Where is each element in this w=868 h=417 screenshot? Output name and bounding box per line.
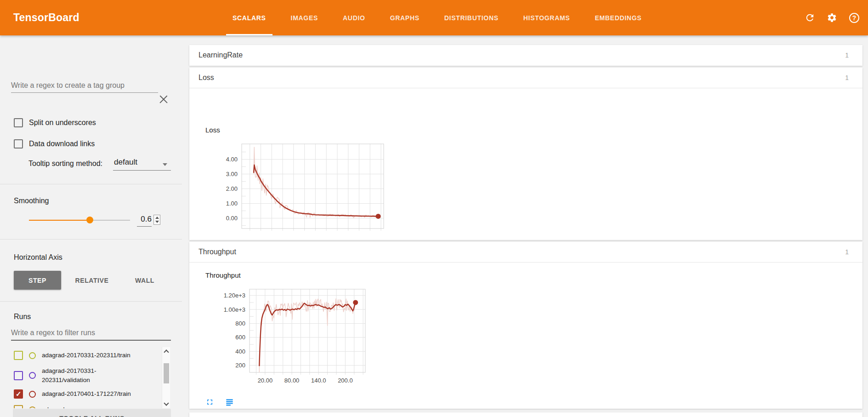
run-row[interactable]: adagrad-20170331-202311/validation xyxy=(14,366,159,384)
tab-label: GRAPHS xyxy=(390,14,420,22)
tab-distributions[interactable]: DISTRIBUTIONS xyxy=(444,0,499,35)
section-throughput-header[interactable]: Throughput 1 xyxy=(189,242,862,262)
slider-fill xyxy=(29,220,90,221)
log-scale-icon[interactable] xyxy=(225,398,234,406)
run-checkbox[interactable] xyxy=(14,389,23,399)
chevron-down-icon xyxy=(163,163,167,166)
smoothing-slider[interactable] xyxy=(29,220,130,221)
svg-text:?: ? xyxy=(852,14,857,22)
svg-text:1.00e+3: 1.00e+3 xyxy=(224,306,245,313)
svg-text:200: 200 xyxy=(235,362,245,369)
tag-regex-input[interactable] xyxy=(11,81,158,93)
smoothing-label: Smoothing xyxy=(14,197,49,205)
tab-embeddings[interactable]: EMBEDDINGS xyxy=(595,0,641,35)
runs-list: adagrad-20170331-202311/train adagrad-20… xyxy=(0,347,162,408)
refresh-icon[interactable] xyxy=(805,12,815,23)
svg-text:80.00: 80.00 xyxy=(284,377,300,384)
help-icon[interactable]: ? xyxy=(849,12,860,23)
divider xyxy=(0,239,182,240)
main-content: LearningRate 1 Loss 1 Loss 0.001.002.003… xyxy=(189,35,868,417)
tooltip-sort-label: Tooltip sorting method: xyxy=(28,160,102,168)
tab-graphs[interactable]: GRAPHS xyxy=(390,0,420,35)
run-color-swatch xyxy=(29,352,36,359)
runs-label: Runs xyxy=(14,313,31,321)
section-title: Loss xyxy=(199,74,214,82)
run-label: adagrad-20170331-202311/validation xyxy=(42,366,139,384)
tab-scalars[interactable]: SCALARS xyxy=(233,0,266,35)
tab-label: HISTOGRAMS xyxy=(523,14,570,22)
gear-icon[interactable] xyxy=(827,12,837,23)
divider xyxy=(189,262,862,263)
split-underscores-label: Split on underscores xyxy=(29,119,96,127)
svg-text:1.00: 1.00 xyxy=(226,200,238,207)
toggle-all-runs-button[interactable]: TOGGLE ALL RUNS xyxy=(13,409,171,417)
run-label: adagrad- xyxy=(42,405,139,408)
slider-knob[interactable] xyxy=(86,217,93,223)
app-title: TensorBoard xyxy=(13,0,79,35)
scrollbar-thumb[interactable] xyxy=(164,363,169,383)
smoothing-stepper[interactable] xyxy=(153,215,160,225)
section-title: Throughput xyxy=(199,248,236,256)
tab-audio[interactable]: AUDIO xyxy=(343,0,365,35)
section-next-sliver[interactable] xyxy=(189,412,862,417)
run-color-swatch xyxy=(29,372,36,379)
scroll-up-icon[interactable] xyxy=(164,349,169,354)
step-up-icon[interactable] xyxy=(155,217,159,219)
run-regex-input[interactable] xyxy=(11,329,171,341)
scroll-down-icon[interactable] xyxy=(164,400,169,406)
data-download-label: Data download links xyxy=(29,140,95,148)
svg-text:800: 800 xyxy=(235,320,245,327)
sidebar: Split on underscores Data download links… xyxy=(0,35,182,417)
section-count-badge: 1 xyxy=(845,51,849,59)
svg-text:3.00: 3.00 xyxy=(226,171,238,177)
runs-scrollbar[interactable] xyxy=(162,347,170,408)
run-color-swatch xyxy=(29,406,36,409)
run-label: adagrad-20170401-171227/train xyxy=(42,389,139,399)
step-down-icon[interactable] xyxy=(155,221,159,223)
svg-text:600: 600 xyxy=(235,334,245,341)
svg-text:1.20e+3: 1.20e+3 xyxy=(224,292,245,299)
run-row[interactable]: adagrad- xyxy=(14,405,159,408)
section-loss-header[interactable]: Loss 1 xyxy=(189,68,862,88)
run-row[interactable]: adagrad-20170331-202311/train xyxy=(14,351,159,360)
app-header: TensorBoard SCALARS IMAGES AUDIO GRAPHS … xyxy=(0,0,868,35)
run-checkbox[interactable] xyxy=(14,351,23,360)
svg-text:20.00: 20.00 xyxy=(258,377,273,384)
svg-text:2.00: 2.00 xyxy=(226,185,238,192)
section-title: LearningRate xyxy=(199,51,243,59)
axis-step-button[interactable]: STEP xyxy=(14,271,61,290)
tab-histograms[interactable]: HISTOGRAMS xyxy=(523,0,570,35)
tab-label: SCALARS xyxy=(233,14,266,22)
throughput-chart[interactable]: 2004006008001.00e+31.20e+320.0080.00140.… xyxy=(205,283,375,393)
header-actions: ? xyxy=(805,0,860,35)
divider xyxy=(0,184,182,184)
run-checkbox[interactable] xyxy=(14,371,23,380)
axis-wall-button[interactable]: WALL xyxy=(131,271,159,290)
svg-text:200.0: 200.0 xyxy=(338,377,353,384)
tab-label: DISTRIBUTIONS xyxy=(444,14,499,22)
throughput-chart-title: Throughput xyxy=(205,271,241,279)
section-learningrate: LearningRate 1 xyxy=(189,45,862,66)
divider xyxy=(0,301,182,302)
run-row[interactable]: adagrad-20170401-171227/train xyxy=(14,389,159,399)
smoothing-value[interactable]: 0.6 xyxy=(137,215,152,227)
axis-relative-label: RELATIVE xyxy=(75,277,109,284)
section-learningrate-header[interactable]: LearningRate 1 xyxy=(189,45,862,65)
split-underscores-checkbox[interactable] xyxy=(14,118,23,127)
data-download-checkbox[interactable] xyxy=(14,139,23,149)
close-icon[interactable] xyxy=(158,94,169,105)
tooltip-sort-value: default xyxy=(114,158,137,166)
section-loss: Loss 1 Loss 0.001.002.003.004.00 xyxy=(189,68,862,240)
axis-relative-button[interactable]: RELATIVE xyxy=(71,271,113,290)
axis-wall-label: WALL xyxy=(135,277,154,284)
run-checkbox[interactable] xyxy=(14,405,23,408)
section-throughput: Throughput 1 Throughput 2004006008001.00… xyxy=(189,242,862,409)
fullscreen-icon[interactable] xyxy=(205,398,214,406)
horizontal-axis-label: Horizontal Axis xyxy=(14,253,62,262)
tab-label: EMBEDDINGS xyxy=(595,14,641,22)
tab-label: AUDIO xyxy=(343,14,365,22)
axis-step-label: STEP xyxy=(28,277,46,284)
loss-chart[interactable]: 0.001.002.003.004.00 xyxy=(205,139,389,245)
tab-images[interactable]: IMAGES xyxy=(291,0,318,35)
svg-text:0.00: 0.00 xyxy=(226,215,238,222)
